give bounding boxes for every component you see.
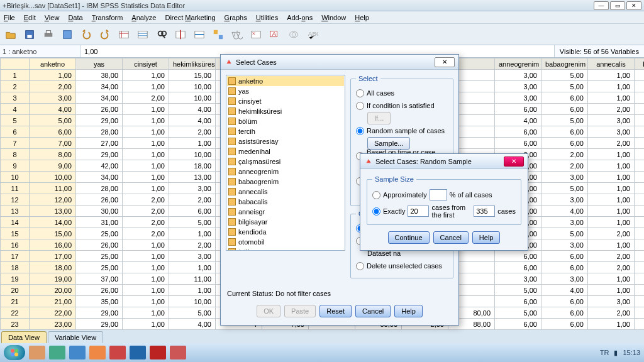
data-cell[interactable]: 3,00 xyxy=(495,92,541,104)
taskbar-app-icon[interactable] xyxy=(150,346,166,359)
data-cell[interactable]: 4,00 xyxy=(495,115,541,126)
var-list-item[interactable]: bölüm xyxy=(227,116,344,126)
data-cell[interactable]: 3,00 xyxy=(588,296,635,307)
data-cell[interactable]: 1,00 xyxy=(588,194,635,206)
data-cell[interactable]: 1,00 xyxy=(588,160,635,172)
data-cell[interactable]: 22,00 xyxy=(30,307,76,319)
data-cell[interactable]: 5,00 xyxy=(169,307,216,319)
menu-graphs[interactable]: Graphs xyxy=(225,14,247,21)
variable-list[interactable]: anketnoyascinsiyethekimliksüresibölümter… xyxy=(226,75,345,251)
row-header[interactable]: 7 xyxy=(1,138,30,149)
menu-file[interactable]: File xyxy=(4,14,15,21)
radio-exactly[interactable] xyxy=(372,207,380,216)
data-cell[interactable]: 3,00 xyxy=(635,251,645,262)
data-cell[interactable]: 1,00 xyxy=(169,138,216,149)
split-icon[interactable] xyxy=(210,26,226,43)
data-cell[interactable]: 4,00 xyxy=(30,104,76,115)
data-cell[interactable]: 2,00 xyxy=(588,104,635,115)
data-cell[interactable]: 38,00 xyxy=(76,70,123,81)
data-cell[interactable]: 2,00 xyxy=(588,251,635,262)
data-cell[interactable]: 1,00 xyxy=(123,239,169,251)
data-cell[interactable]: 1,00 xyxy=(123,81,169,92)
data-cell[interactable]: 3,00 xyxy=(169,183,216,194)
help-button[interactable]: Help xyxy=(472,231,501,244)
data-cell[interactable]: 25,00 xyxy=(76,228,123,239)
data-cell[interactable]: 26,00 xyxy=(76,285,123,296)
data-cell[interactable]: 6,00 xyxy=(541,92,588,104)
radio-delete-unselected[interactable] xyxy=(356,262,364,270)
data-cell[interactable]: 21,00 xyxy=(30,296,76,307)
data-cell[interactable]: 6,00 xyxy=(495,126,541,138)
select-cases-icon[interactable] xyxy=(248,26,264,43)
data-cell[interactable]: 2,00 xyxy=(635,262,645,273)
data-cell[interactable]: 13,00 xyxy=(30,206,76,217)
column-header[interactable]: hekimliksüresi xyxy=(169,58,216,70)
data-cell[interactable]: 16,00 xyxy=(30,239,76,251)
data-cell[interactable]: 6,00 xyxy=(541,251,588,262)
exact-n-input[interactable] xyxy=(408,206,429,217)
open-icon[interactable] xyxy=(3,26,19,43)
var-list-item[interactable]: tatil xyxy=(227,247,344,251)
data-cell[interactable]: 31,00 xyxy=(76,217,123,228)
recall-icon[interactable] xyxy=(59,26,75,43)
data-cell[interactable]: 1,00 xyxy=(123,115,169,126)
weight-icon[interactable] xyxy=(229,26,245,43)
menu-data[interactable]: Data xyxy=(68,14,82,21)
data-cell[interactable]: 29,00 xyxy=(76,319,123,330)
data-cell[interactable]: 3,00 xyxy=(635,319,645,330)
data-cell[interactable]: 5,00 xyxy=(541,81,588,92)
data-cell[interactable]: 1,00 xyxy=(123,160,169,172)
data-cell[interactable]: 1,00 xyxy=(588,206,635,217)
data-cell[interactable]: 35,00 xyxy=(76,296,123,307)
data-cell[interactable]: 1,00 xyxy=(588,172,635,183)
data-cell[interactable]: 10,00 xyxy=(169,92,216,104)
data-cell[interactable]: 17,00 xyxy=(30,251,76,262)
data-cell[interactable]: 5,00 xyxy=(541,228,588,239)
print-icon[interactable] xyxy=(40,26,57,43)
taskbar-app-icon[interactable] xyxy=(69,346,86,359)
data-cell[interactable]: 3,00 xyxy=(635,115,645,126)
data-cell[interactable]: 1,00 xyxy=(123,138,169,149)
data-cell[interactable]: 11,00 xyxy=(30,183,76,194)
data-cell[interactable]: 4,00 xyxy=(635,126,645,138)
sets-icon[interactable] xyxy=(286,26,302,43)
data-cell[interactable]: 6,00 xyxy=(541,262,588,273)
data-cell[interactable]: 2,00 xyxy=(169,239,216,251)
data-cell[interactable]: 2,00 xyxy=(169,194,216,206)
taskbar-app-icon[interactable] xyxy=(29,346,45,359)
var-list-item[interactable]: hekimliksüresi xyxy=(227,106,344,116)
data-cell[interactable]: 34,00 xyxy=(76,81,123,92)
data-cell[interactable]: 29,00 xyxy=(76,149,123,160)
data-cell[interactable]: 3,00 xyxy=(635,194,645,206)
data-cell[interactable]: 34,00 xyxy=(76,92,123,104)
data-cell[interactable]: 13,00 xyxy=(169,172,216,183)
data-cell[interactable]: 37,00 xyxy=(76,273,123,285)
data-cell[interactable]: 3,00 xyxy=(541,217,588,228)
data-cell[interactable]: 1,00 xyxy=(588,81,635,92)
data-cell[interactable]: 7,00 xyxy=(30,138,76,149)
data-cell[interactable]: 6,00 xyxy=(541,307,588,319)
var-list-item[interactable]: anneogrenim xyxy=(227,167,344,177)
start-button[interactable] xyxy=(4,345,25,360)
data-cell[interactable]: 1,00 xyxy=(588,273,635,285)
menu-view[interactable]: View xyxy=(45,14,60,21)
row-header[interactable]: 18 xyxy=(1,262,30,273)
row-header[interactable]: 10 xyxy=(1,172,30,183)
exact-total-input[interactable] xyxy=(474,206,495,217)
data-cell[interactable]: 4,00 xyxy=(169,115,216,126)
data-cell[interactable]: 1,00 xyxy=(588,285,635,296)
menu-edit[interactable]: Edit xyxy=(24,14,36,21)
data-cell[interactable]: 1,00 xyxy=(588,239,635,251)
menu-help[interactable]: Help xyxy=(355,14,369,21)
data-cell[interactable]: 6,00 xyxy=(541,104,588,115)
data-cell[interactable]: 42,00 xyxy=(76,160,123,172)
data-cell[interactable]: 3,00 xyxy=(635,183,645,194)
data-cell[interactable]: 3,00 xyxy=(541,194,588,206)
row-header[interactable]: 16 xyxy=(1,239,30,251)
data-cell[interactable]: 1,00 xyxy=(123,70,169,81)
data-cell[interactable]: 18,00 xyxy=(169,160,216,172)
radio-if-condition[interactable] xyxy=(356,102,364,110)
data-cell[interactable]: 3,00 xyxy=(635,296,645,307)
undo-icon[interactable] xyxy=(78,26,94,43)
data-cell[interactable]: 3,00 xyxy=(588,126,635,138)
